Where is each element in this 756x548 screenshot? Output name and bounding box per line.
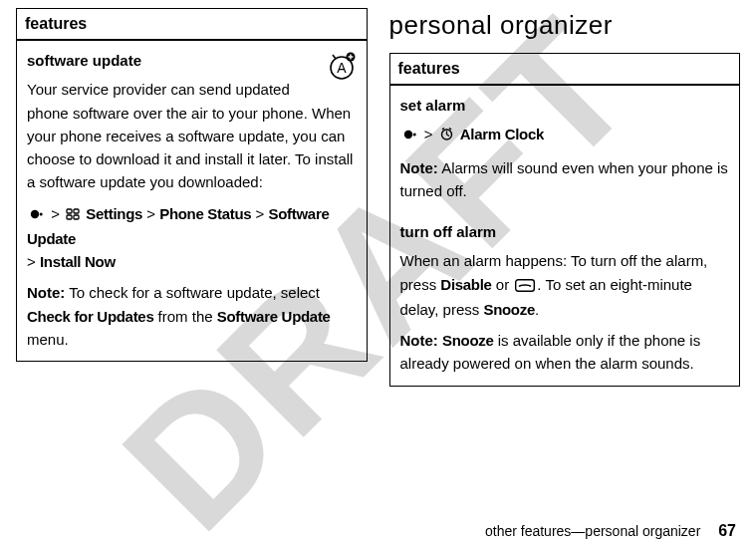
end-key-icon [515, 275, 535, 298]
turn-off-alarm-desc: When an alarm happens: To turn off the a… [400, 249, 730, 321]
menu-key-icon [402, 125, 418, 147]
right-table-header: features [389, 54, 740, 86]
svg-point-13 [403, 131, 411, 138]
note-label: Note: [27, 284, 65, 301]
software-update-menu: Software Update [217, 308, 331, 325]
set-alarm-path: > Alarm Clock [400, 123, 730, 147]
software-update-desc: Your service provider can send updated p… [27, 78, 357, 193]
svg-point-7 [31, 209, 39, 217]
svg-rect-9 [67, 209, 72, 213]
svg-line-18 [442, 129, 444, 131]
path-phone-status: Phone Status [159, 205, 251, 222]
page-footer: other features—personal organizer 67 [485, 522, 736, 540]
note-label: Note: [400, 332, 438, 349]
disable-label: Disable [440, 276, 491, 293]
path-settings: Settings [86, 205, 142, 222]
left-features-table: features A software update Your service … [16, 8, 368, 362]
section-heading: personal organizer [389, 10, 741, 41]
right-row-set-alarm: set alarm > Alarm Clock Note: Alarms wil… [389, 85, 740, 212]
svg-rect-12 [74, 215, 79, 219]
svg-rect-11 [67, 215, 72, 219]
svg-line-17 [446, 135, 449, 137]
right-features-table: features set alarm > Alarm Clock Note: A… [389, 53, 741, 387]
turn-off-alarm-note: Note: Snooze is available only if the ph… [400, 329, 730, 376]
note-text-a: To check for a software update, select [65, 284, 320, 301]
turn-off-alarm-title: turn off alarm [400, 220, 730, 243]
software-update-note: Note: To check for a software update, se… [27, 281, 357, 351]
toa-b: or [492, 276, 514, 293]
left-column: features A software update Your service … [16, 8, 368, 387]
set-alarm-note-text: Alarms will sound even when your phone i… [400, 159, 728, 199]
svg-point-8 [40, 212, 43, 215]
footer-text: other features—personal organizer [485, 523, 700, 539]
set-alarm-note: Note: Alarms will sound even when your p… [400, 156, 730, 203]
right-column: personal organizer features set alarm > … [389, 8, 741, 387]
toa-d: . [535, 301, 539, 318]
left-table-header: features [17, 9, 368, 41]
software-update-title: software update [27, 49, 357, 72]
note-text-c: menu. [27, 331, 69, 348]
note-label: Note: [400, 159, 438, 176]
network-icon: A [327, 51, 357, 87]
page-columns: features A software update Your service … [0, 0, 756, 387]
path-install-now: Install Now [40, 253, 116, 270]
note-text-b: from the [153, 308, 216, 325]
svg-point-14 [412, 134, 415, 137]
alarm-clock-label: Alarm Clock [460, 126, 544, 142]
page-number: 67 [718, 522, 736, 539]
right-row-turn-off-alarm: turn off alarm When an alarm happens: To… [389, 212, 740, 386]
check-for-updates: Check for Updates [27, 308, 153, 325]
left-row-software-update: A software update Your service provider … [17, 40, 368, 362]
snooze-label-2: Snooze [442, 332, 494, 349]
svg-text:A: A [337, 60, 347, 76]
menu-key-icon [29, 204, 45, 227]
settings-icon [66, 204, 80, 227]
alarm-clock-icon [439, 125, 454, 147]
set-alarm-title: set alarm [400, 94, 730, 117]
svg-rect-10 [74, 209, 79, 213]
software-update-path: > Settings > Phone Status > Software Upd… [27, 202, 357, 274]
svg-line-19 [449, 129, 451, 131]
snooze-label: Snooze [483, 301, 535, 318]
svg-line-2 [333, 55, 336, 59]
